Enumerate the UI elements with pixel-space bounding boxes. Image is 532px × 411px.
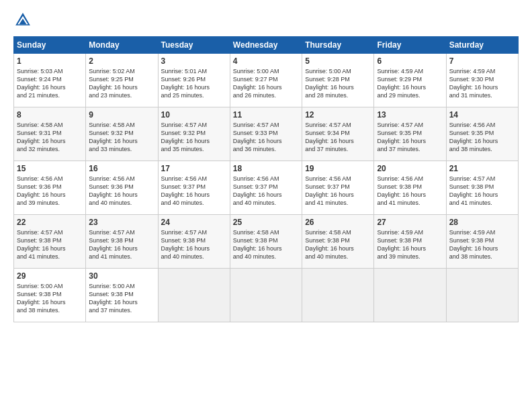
calendar-cell: 2Sunrise: 5:02 AM Sunset: 9:25 PM Daylig… [86, 54, 158, 107]
day-number: 20 [377, 164, 443, 173]
day-number: 2 [89, 56, 154, 66]
day-info: Sunrise: 4:56 AM Sunset: 9:36 PM Dayligh… [89, 175, 154, 208]
day-info: Sunrise: 4:57 AM Sunset: 9:38 PM Dayligh… [89, 228, 154, 261]
calendar-cell: 6Sunrise: 4:59 AM Sunset: 9:29 PM Daylig… [374, 54, 446, 107]
day-info: Sunrise: 4:59 AM Sunset: 9:29 PM Dayligh… [377, 67, 443, 100]
day-number: 11 [233, 110, 299, 120]
weekday-header-friday: Friday [374, 37, 446, 54]
weekday-header-row: SundayMondayTuesdayWednesdayThursdayFrid… [14, 37, 519, 54]
day-number: 22 [17, 218, 83, 227]
calendar-cell: 5Sunrise: 5:00 AM Sunset: 9:28 PM Daylig… [302, 54, 374, 107]
day-info: Sunrise: 4:56 AM Sunset: 9:37 PM Dayligh… [161, 175, 227, 208]
calendar-cell: 13Sunrise: 4:57 AM Sunset: 9:35 PM Dayli… [374, 107, 446, 161]
day-number: 13 [377, 110, 443, 120]
weekday-header-wednesday: Wednesday [230, 37, 302, 54]
day-info: Sunrise: 4:57 AM Sunset: 9:35 PM Dayligh… [377, 121, 443, 154]
calendar-cell: 21Sunrise: 4:57 AM Sunset: 9:38 PM Dayli… [446, 161, 518, 215]
calendar-cell [230, 269, 302, 322]
day-info: Sunrise: 4:59 AM Sunset: 9:30 PM Dayligh… [449, 67, 515, 100]
day-info: Sunrise: 4:56 AM Sunset: 9:37 PM Dayligh… [305, 175, 371, 208]
day-info: Sunrise: 5:00 AM Sunset: 9:38 PM Dayligh… [17, 282, 83, 315]
day-info: Sunrise: 4:58 AM Sunset: 9:38 PM Dayligh… [233, 228, 299, 261]
day-number: 3 [161, 56, 227, 66]
calendar-week-row: 29Sunrise: 5:00 AM Sunset: 9:38 PM Dayli… [14, 269, 519, 322]
calendar-cell: 14Sunrise: 4:56 AM Sunset: 9:35 PM Dayli… [446, 107, 518, 161]
day-number: 1 [17, 56, 83, 66]
day-info: Sunrise: 5:02 AM Sunset: 9:25 PM Dayligh… [89, 67, 154, 100]
day-number: 30 [89, 271, 154, 281]
day-info: Sunrise: 4:57 AM Sunset: 9:38 PM Dayligh… [161, 228, 227, 261]
day-info: Sunrise: 4:57 AM Sunset: 9:32 PM Dayligh… [161, 121, 227, 154]
weekday-header-saturday: Saturday [446, 37, 518, 54]
day-number: 12 [305, 110, 371, 120]
calendar-cell: 3Sunrise: 5:01 AM Sunset: 9:26 PM Daylig… [158, 54, 230, 107]
day-info: Sunrise: 4:57 AM Sunset: 9:33 PM Dayligh… [233, 121, 299, 154]
calendar-week-row: 22Sunrise: 4:57 AM Sunset: 9:38 PM Dayli… [14, 215, 519, 269]
day-number: 28 [449, 218, 515, 227]
calendar-cell: 26Sunrise: 4:58 AM Sunset: 9:38 PM Dayli… [302, 215, 374, 269]
weekday-header-monday: Monday [86, 37, 158, 54]
calendar-cell: 24Sunrise: 4:57 AM Sunset: 9:38 PM Dayli… [158, 215, 230, 269]
weekday-header-thursday: Thursday [302, 37, 374, 54]
calendar-cell: 11Sunrise: 4:57 AM Sunset: 9:33 PM Dayli… [230, 107, 302, 161]
calendar-cell: 18Sunrise: 4:56 AM Sunset: 9:37 PM Dayli… [230, 161, 302, 215]
calendar-cell [374, 269, 446, 322]
day-number: 19 [305, 164, 371, 173]
day-number: 14 [449, 110, 515, 120]
day-number: 8 [17, 110, 83, 120]
calendar-cell: 19Sunrise: 4:56 AM Sunset: 9:37 PM Dayli… [302, 161, 374, 215]
logo-icon [13, 11, 32, 30]
calendar-week-row: 1Sunrise: 5:03 AM Sunset: 9:24 PM Daylig… [14, 54, 519, 107]
day-info: Sunrise: 5:01 AM Sunset: 9:26 PM Dayligh… [161, 67, 227, 100]
calendar-cell: 27Sunrise: 4:59 AM Sunset: 9:38 PM Dayli… [374, 215, 446, 269]
calendar-cell: 7Sunrise: 4:59 AM Sunset: 9:30 PM Daylig… [446, 54, 518, 107]
weekday-header-tuesday: Tuesday [158, 37, 230, 54]
calendar-cell: 8Sunrise: 4:58 AM Sunset: 9:31 PM Daylig… [14, 107, 86, 161]
header [13, 11, 519, 30]
day-number: 21 [449, 164, 515, 173]
page: SundayMondayTuesdayWednesdayThursdayFrid… [0, 0, 532, 411]
day-number: 25 [233, 218, 299, 227]
day-number: 17 [161, 164, 227, 173]
calendar-week-row: 15Sunrise: 4:56 AM Sunset: 9:36 PM Dayli… [14, 161, 519, 215]
calendar-cell: 9Sunrise: 4:58 AM Sunset: 9:32 PM Daylig… [86, 107, 158, 161]
day-number: 23 [89, 218, 154, 227]
day-number: 16 [89, 164, 154, 173]
calendar-cell [446, 269, 518, 322]
day-info: Sunrise: 4:56 AM Sunset: 9:37 PM Dayligh… [233, 175, 299, 208]
day-number: 9 [89, 110, 154, 120]
calendar-table: SundayMondayTuesdayWednesdayThursdayFrid… [13, 36, 519, 322]
day-number: 6 [377, 56, 443, 66]
calendar-cell: 29Sunrise: 5:00 AM Sunset: 9:38 PM Dayli… [14, 269, 86, 322]
calendar-cell: 1Sunrise: 5:03 AM Sunset: 9:24 PM Daylig… [14, 54, 86, 107]
day-number: 4 [233, 56, 299, 66]
day-info: Sunrise: 5:00 AM Sunset: 9:27 PM Dayligh… [233, 67, 299, 100]
day-info: Sunrise: 4:56 AM Sunset: 9:38 PM Dayligh… [377, 175, 443, 208]
day-number: 15 [17, 164, 83, 173]
day-number: 5 [305, 56, 371, 66]
day-number: 24 [161, 218, 227, 227]
calendar-cell [302, 269, 374, 322]
day-info: Sunrise: 4:58 AM Sunset: 9:32 PM Dayligh… [89, 121, 154, 154]
calendar-cell: 10Sunrise: 4:57 AM Sunset: 9:32 PM Dayli… [158, 107, 230, 161]
logo [13, 11, 35, 30]
calendar-cell: 17Sunrise: 4:56 AM Sunset: 9:37 PM Dayli… [158, 161, 230, 215]
day-number: 27 [377, 218, 443, 227]
calendar-week-row: 8Sunrise: 4:58 AM Sunset: 9:31 PM Daylig… [14, 107, 519, 161]
day-info: Sunrise: 5:03 AM Sunset: 9:24 PM Dayligh… [17, 67, 83, 100]
day-info: Sunrise: 4:56 AM Sunset: 9:36 PM Dayligh… [17, 175, 83, 208]
day-number: 29 [17, 271, 83, 281]
calendar-cell: 25Sunrise: 4:58 AM Sunset: 9:38 PM Dayli… [230, 215, 302, 269]
calendar-cell: 28Sunrise: 4:59 AM Sunset: 9:38 PM Dayli… [446, 215, 518, 269]
day-number: 18 [233, 164, 299, 173]
calendar-cell: 4Sunrise: 5:00 AM Sunset: 9:27 PM Daylig… [230, 54, 302, 107]
day-info: Sunrise: 4:57 AM Sunset: 9:38 PM Dayligh… [449, 175, 515, 208]
day-info: Sunrise: 5:00 AM Sunset: 9:38 PM Dayligh… [89, 282, 154, 315]
day-info: Sunrise: 4:56 AM Sunset: 9:35 PM Dayligh… [449, 121, 515, 154]
calendar-cell [158, 269, 230, 322]
day-info: Sunrise: 4:58 AM Sunset: 9:38 PM Dayligh… [305, 228, 371, 261]
weekday-header-sunday: Sunday [14, 37, 86, 54]
calendar-cell: 16Sunrise: 4:56 AM Sunset: 9:36 PM Dayli… [86, 161, 158, 215]
day-info: Sunrise: 4:57 AM Sunset: 9:34 PM Dayligh… [305, 121, 371, 154]
day-number: 7 [449, 56, 515, 66]
